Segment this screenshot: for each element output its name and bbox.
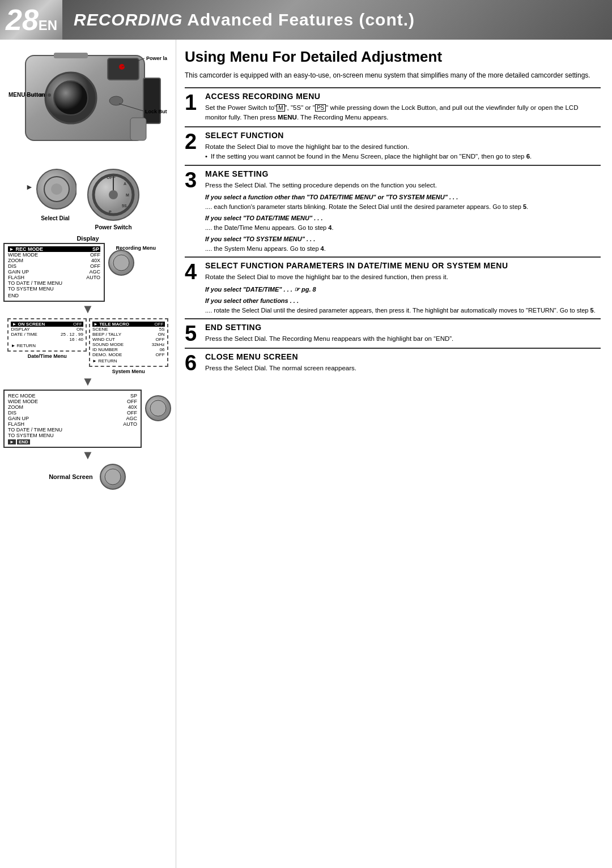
step-6-title: CLOSE MENU SCREEN bbox=[205, 352, 601, 361]
svg-text:MENU Button: MENU Button bbox=[8, 92, 45, 98]
camera-diagram: MENU Button Power lamp Lock Button bbox=[8, 44, 167, 165]
step-3-sub-3: If you select "TO SYSTEM MENU" . . . ...… bbox=[205, 234, 601, 253]
page-suffix: EN bbox=[39, 18, 57, 33]
step-2-number: 2 bbox=[185, 131, 201, 152]
system-menu-label: System Menu bbox=[89, 369, 168, 374]
svg-text:A: A bbox=[124, 182, 126, 186]
step-1: 1 ACCESS RECORDING MENU Set the Power Sw… bbox=[185, 87, 601, 123]
step-3-sub-2: If you select "TO DATE/TIME MENU" . . . … bbox=[205, 213, 601, 232]
step-4-body: Rotate the Select Dial to move the highl… bbox=[205, 272, 601, 282]
svg-point-11 bbox=[48, 93, 51, 97]
step-5-title: END SETTING bbox=[205, 323, 601, 332]
svg-text:Lock Button: Lock Button bbox=[145, 109, 167, 114]
step-3-body: Press the Select Dial. The setting proce… bbox=[205, 181, 601, 190]
left-column: MENU Button Power lamp Lock Button ► bbox=[0, 40, 176, 868]
flow-section: Display Recording Menu ► REC MODE SP WID… bbox=[3, 235, 172, 491]
svg-rect-6 bbox=[130, 118, 146, 140]
arrow-down-3: ▼ bbox=[3, 448, 172, 463]
svg-point-31 bbox=[113, 255, 129, 271]
arrow-down-1: ▼ bbox=[3, 302, 172, 317]
step-3-number: 3 bbox=[185, 169, 201, 191]
svg-point-20 bbox=[51, 183, 62, 195]
date-time-menu-box: ► ON SCREEN OFF DISPLAYON DATE / TIME25 … bbox=[7, 318, 87, 352]
right-column: Using Menu For Detailed Adjustment This … bbox=[176, 40, 612, 868]
step-4-title: SELECT FUNCTION PARAMETERS IN DATE/TIME … bbox=[205, 261, 601, 270]
page-heading: Using Menu For Detailed Adjustment bbox=[185, 48, 601, 66]
normal-screen-label: Normal Screen bbox=[49, 473, 93, 480]
step-6-body: Press the Select Dial. The normal screen… bbox=[205, 364, 601, 373]
svg-text:Power lamp: Power lamp bbox=[146, 55, 167, 61]
final-menu-box: REC MODESP WIDE MODEOFF ZOOM40X DISOFF G… bbox=[3, 390, 142, 448]
header-rest: Advanced Features (cont.) bbox=[187, 10, 415, 29]
end-tag: END bbox=[17, 439, 30, 444]
svg-text:5S: 5S bbox=[122, 204, 127, 208]
date-time-menu-label: Date/Time Menu bbox=[7, 353, 87, 359]
step-6: 6 CLOSE MENU SCREEN Press the Select Dia… bbox=[185, 348, 601, 374]
step-2-bullet: If the setting you want cannot be found … bbox=[211, 152, 601, 161]
svg-rect-5 bbox=[54, 53, 88, 58]
page-intro: This camcorder is equipped with an easy-… bbox=[185, 70, 601, 80]
power-switch-label: Power Switch bbox=[95, 224, 131, 230]
display-label: Display bbox=[3, 235, 172, 242]
main-content: MENU Button Power lamp Lock Button ► bbox=[0, 40, 612, 868]
system-menu-box: ► TELE MACRO OFF SCENE5S BEEP / TALLYON … bbox=[89, 318, 168, 367]
page-header: 28EN RECORDING Advanced Features (cont.) bbox=[0, 0, 612, 40]
step-3: 3 MAKE SETTING Press the Select Dial. Th… bbox=[185, 165, 601, 253]
step-5: 5 END SETTING Press the Select Dial. The… bbox=[185, 318, 601, 344]
page-title: RECORDING Advanced Features (cont.) bbox=[62, 0, 612, 40]
step-4-sub-1: If you select "DATE/TIME" . . . ☞ pg. 8 bbox=[205, 285, 601, 294]
recording-menu-label: Recording Menu bbox=[116, 245, 156, 251]
step-1-number: 1 bbox=[185, 92, 201, 113]
svg-text:M: M bbox=[126, 193, 129, 197]
step-6-number: 6 bbox=[185, 352, 201, 374]
header-italic: RECORDING bbox=[74, 10, 182, 29]
step-1-title: ACCESS RECORDING MENU bbox=[205, 92, 601, 101]
step-4: 4 SELECT FUNCTION PARAMETERS IN DATE/TIM… bbox=[185, 256, 601, 315]
arrow-down-2: ▼ bbox=[3, 374, 172, 389]
svg-text:P: P bbox=[109, 210, 112, 214]
step-5-body: Press the Select Dial. The Recording Men… bbox=[205, 334, 601, 344]
step-4-number: 4 bbox=[185, 261, 201, 283]
svg-text:OFF: OFF bbox=[107, 175, 116, 180]
page-num-text: 28 bbox=[6, 3, 39, 37]
step-2: 2 SELECT FUNCTION Rotate the Select Dial… bbox=[185, 126, 601, 162]
step-3-sub-1: If you select a function other than "TO … bbox=[205, 193, 601, 211]
select-dial-label: Select Dial bbox=[41, 215, 70, 221]
recording-menu-box: Recording Menu ► REC MODE SP WIDE MODEOF… bbox=[3, 243, 105, 302]
page-number: 28EN bbox=[0, 0, 62, 40]
step-5-number: 5 bbox=[185, 323, 201, 344]
svg-point-33 bbox=[150, 400, 166, 416]
step-2-body: Rotate the Select Dial to move the highl… bbox=[205, 142, 601, 152]
step-3-title: MAKE SETTING bbox=[205, 169, 601, 178]
step-1-body: Set the Power Switch to"M", "5S" or "PS"… bbox=[205, 103, 601, 123]
svg-rect-4 bbox=[143, 78, 160, 123]
step-4-sub-2: If you select other functions . . . ....… bbox=[205, 296, 601, 315]
svg-point-35 bbox=[105, 469, 121, 485]
svg-point-2 bbox=[54, 81, 88, 115]
svg-point-29 bbox=[109, 190, 118, 199]
step-2-title: SELECT FUNCTION bbox=[205, 131, 601, 140]
